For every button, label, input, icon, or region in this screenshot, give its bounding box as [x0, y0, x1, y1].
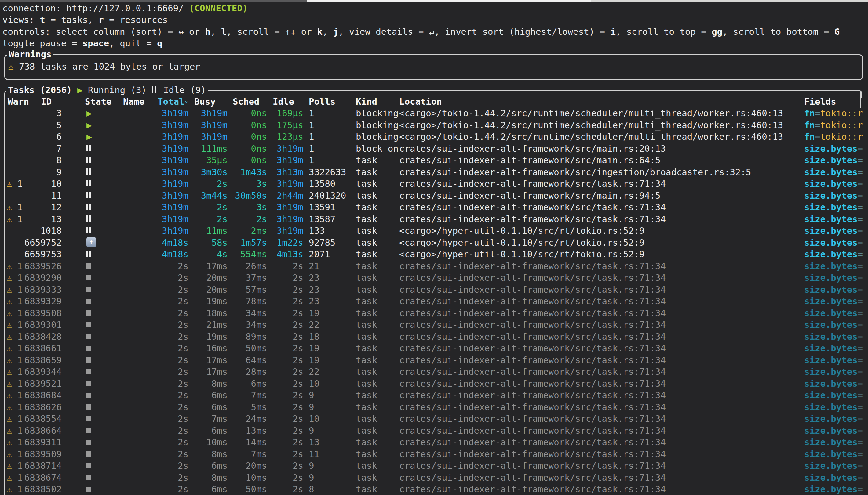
location-cell: crates/sui-indexer-alt-framework/src/tas… — [399, 331, 666, 343]
fields-cell: size.bytes= — [804, 201, 867, 213]
warning-text: 738 tasks are 1024 bytes or larger — [19, 61, 200, 72]
task-row[interactable]: ⚠168395212s8ms6ms2s10taskcrates/sui-inde… — [0, 378, 868, 390]
busy-cell: 8ms — [192, 378, 228, 390]
kind-cell: task — [356, 413, 377, 425]
total-cell: 3h19m — [153, 107, 188, 119]
task-row[interactable]: ⚠168393012s21ms34ms2s22taskcrates/sui-in… — [0, 319, 868, 331]
task-row[interactable]: 3▶3h19m3h19m0ns169µs1blocking<cargo>/tok… — [0, 107, 868, 119]
warning-icon: ⚠ — [7, 390, 12, 400]
busy-cell: 21ms — [192, 319, 228, 331]
task-row[interactable]: 66597534m18s4s554ms4m13s2071task<cargo>/… — [0, 249, 868, 260]
task-row[interactable]: ⚠168385542s7ms24ms2s10taskcrates/sui-ind… — [0, 413, 868, 425]
sched-cell: 30m50s — [231, 190, 267, 202]
warning-icon: ⚠ — [7, 308, 12, 318]
task-row[interactable]: 6▶3h19m3h19m0ns123µs1blocking<cargo>/tok… — [0, 131, 868, 143]
column-header-kind[interactable]: Kind — [356, 96, 377, 107]
column-header-warn[interactable]: Warn — [7, 96, 29, 107]
fields-cell: size.bytes= — [804, 483, 867, 495]
idle-cell: 2h44m — [268, 190, 303, 202]
column-header-state[interactable]: State — [85, 96, 112, 107]
task-row[interactable]: ⚠168386262s6ms5ms2s9taskcrates/sui-index… — [0, 401, 868, 413]
task-row[interactable]: 5▶3h19m3h19m0ns175µs1blocking<cargo>/tok… — [0, 119, 868, 131]
busy-cell: 6ms — [192, 425, 228, 437]
play-icon: ▶ — [86, 108, 91, 118]
task-row[interactable]: ⚠168386592s17ms64ms2s19taskcrates/sui-in… — [0, 354, 868, 366]
idle-cell: 2s — [268, 272, 303, 284]
column-header-polls[interactable]: Polls — [309, 96, 335, 107]
pause-icon — [86, 154, 93, 166]
sched-cell: 28ms — [231, 366, 267, 378]
fields-cell: size.bytes= — [804, 143, 867, 155]
task-row[interactable]: ⚠168393112s10ms14ms2s13taskcrates/sui-in… — [0, 437, 868, 448]
fields-cell: fn=tokio::r — [804, 131, 867, 143]
stop-icon — [86, 416, 91, 422]
task-row[interactable]: ⚠1133h19m2s2s3h19m13587taskcrates/sui-in… — [0, 213, 868, 225]
task-row[interactable]: ⚠168395092s8ms7ms2s11taskcrates/sui-inde… — [0, 448, 868, 460]
task-row[interactable]: ⚠1123h19m2s3s3h19m13591taskcrates/sui-in… — [0, 201, 868, 213]
fields-cell: size.bytes= — [804, 319, 867, 331]
task-row[interactable]: ⚠168384282s19ms89ms2s18taskcrates/sui-in… — [0, 331, 868, 343]
task-row[interactable]: ⚠168387142s6ms20ms2s9taskcrates/sui-inde… — [0, 460, 868, 472]
controls-help-line: controls: select column (sort) = ↔ or h,… — [2, 26, 868, 37]
column-header-sched[interactable]: Sched — [233, 96, 259, 107]
task-id-cell: 6659752 — [21, 237, 62, 249]
state-cell — [86, 284, 91, 296]
column-header-busy[interactable]: Busy — [194, 96, 216, 107]
task-row[interactable]: ⚠168393442s17ms28ms2s22taskcrates/sui-in… — [0, 366, 868, 378]
task-row[interactable]: 83h19m35µs0ns3h19m1taskcrates/sui-indexe… — [0, 154, 868, 166]
polls-cell: 1 — [309, 119, 314, 131]
total-cell: 2s — [153, 437, 188, 448]
fields-cell: fn=tokio::r — [804, 119, 867, 131]
task-row[interactable]: ⚠168386642s6ms13ms2s9taskcrates/sui-inde… — [0, 425, 868, 437]
polls-cell: 3322633 — [309, 166, 346, 178]
task-row[interactable]: ⚠168386742s8ms10ms2s9taskcrates/sui-inde… — [0, 472, 868, 484]
task-row[interactable]: ⚠168395262s17ms26ms2s21taskcrates/sui-in… — [0, 260, 868, 272]
kind-cell: task — [356, 166, 377, 178]
column-header-idle[interactable]: Idle — [273, 96, 294, 107]
sched-cell: 20ms — [231, 460, 267, 472]
task-row[interactable]: ⚠168385022s6ms50ms2s8taskcrates/sui-inde… — [0, 483, 868, 495]
task-row[interactable]: ⚠168386612s16ms50ms2s19taskcrates/sui-in… — [0, 342, 868, 354]
state-cell — [86, 143, 93, 155]
sched-cell: 3s — [231, 178, 267, 190]
task-row[interactable]: 73h19m111ms0ns3h19m1block_oncrates/sui-i… — [0, 143, 868, 155]
busy-cell: 10ms — [192, 437, 228, 448]
warn-cell: ⚠1 — [7, 331, 22, 343]
stop-icon — [86, 334, 91, 339]
column-header-fields[interactable]: Fields — [804, 96, 836, 107]
warning-icon: ⚠ — [7, 366, 12, 377]
task-row[interactable]: ⚠168393332s20ms57ms2s23taskcrates/sui-in… — [0, 284, 868, 296]
task-row[interactable]: ⚠168393292s19ms78ms2s23taskcrates/sui-in… — [0, 295, 868, 307]
column-header-location[interactable]: Location — [399, 96, 442, 107]
task-row[interactable]: ⚠168395082s18ms34ms2s19taskcrates/sui-in… — [0, 307, 868, 319]
fields-cell: size.bytes= — [804, 154, 867, 166]
kind-cell: task — [356, 472, 377, 484]
busy-cell: 18ms — [192, 307, 228, 319]
task-row[interactable]: 6659752↑4m18s58s1m57s1m22s92785task<carg… — [0, 237, 868, 249]
task-row[interactable]: 113h19m3m44s30m50s2h44m2401320taskcrates… — [0, 190, 868, 202]
task-id-cell: 7 — [21, 143, 62, 155]
kind-cell: task — [356, 272, 377, 284]
busy-cell: 16ms — [192, 342, 228, 354]
task-row[interactable]: 10183h19m11ms2ms3h19m133task<cargo>/hype… — [0, 225, 868, 237]
sched-cell: 2s — [231, 213, 267, 225]
stop-icon — [86, 381, 91, 386]
task-row[interactable]: ⚠168386842s6ms7ms2s9taskcrates/sui-index… — [0, 389, 868, 401]
column-header-total[interactable]: Total▿ — [157, 96, 184, 107]
task-row[interactable]: ⚠1103h19m2s3s3h19m13580taskcrates/sui-in… — [0, 178, 868, 190]
task-row[interactable]: ⚠168392902s20ms37ms2s23taskcrates/sui-in… — [0, 272, 868, 284]
task-row[interactable]: 93h19m3m30s1m43s3h13m3322633taskcrates/s… — [0, 166, 868, 178]
polls-cell: 21 — [309, 260, 319, 272]
polls-cell: 13580 — [309, 178, 335, 190]
warn-cell: ⚠1 — [7, 354, 22, 366]
state-cell — [86, 389, 91, 401]
column-header-id[interactable]: ID — [41, 96, 52, 107]
task-id-cell: 13 — [21, 213, 62, 225]
idle-cell: 2s — [268, 437, 303, 448]
warn-cell: ⚠1 — [7, 413, 22, 425]
warning-item: ⚠ 738 tasks are 1024 bytes or larger — [8, 61, 200, 72]
kind-cell: task — [356, 190, 377, 202]
column-header-name[interactable]: Name — [123, 96, 145, 107]
sched-cell: 0ns — [231, 143, 267, 155]
busy-cell: 3h19m — [192, 107, 228, 119]
